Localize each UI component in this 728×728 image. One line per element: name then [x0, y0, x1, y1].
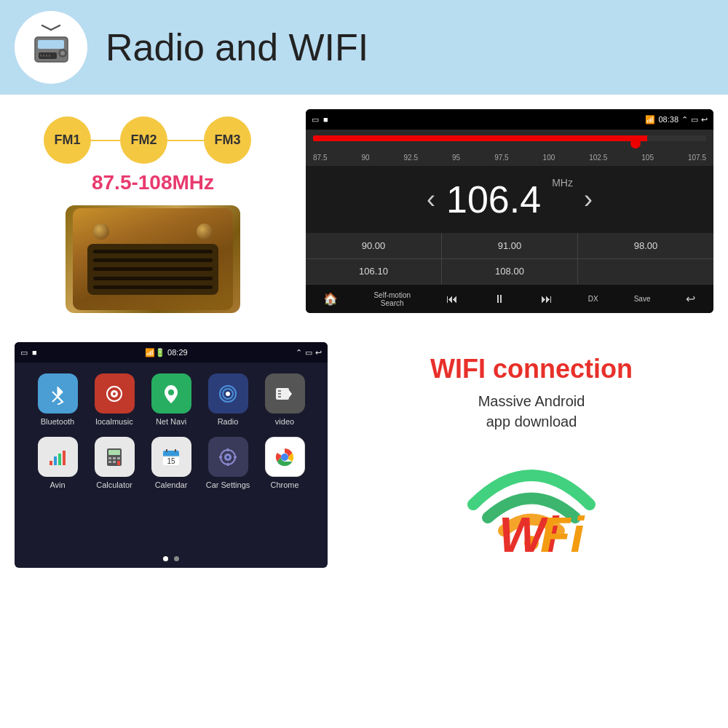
- fm-connector-1: [87, 140, 124, 141]
- home-square-icon: ■: [32, 348, 37, 357]
- next-button[interactable]: ⏭: [541, 293, 553, 306]
- preset-5[interactable]: 108.00: [442, 259, 577, 285]
- app-carsettings[interactable]: Car Settings: [202, 437, 253, 489]
- radio-statusbar: ▭ ■ 📶 08:38 ⌃ ▭ ↩: [306, 109, 713, 130]
- wifi-subtitle-text: Massive Androidapp download: [478, 393, 585, 430]
- preset-2[interactable]: 91.00: [442, 233, 577, 258]
- preset-6[interactable]: [578, 259, 713, 285]
- svg-rect-30: [108, 450, 120, 455]
- svg-rect-36: [117, 461, 120, 465]
- fm-bubbles: FM1 FM2 FM3: [44, 116, 262, 164]
- preset-4[interactable]: 106.10: [306, 259, 441, 285]
- svg-text:Fi: Fi: [540, 507, 586, 555]
- home-page-dots: [15, 550, 328, 568]
- svg-point-5: [60, 51, 65, 55]
- android-radio-screen: ▭ ■ 📶 08:38 ⌃ ▭ ↩ 87.5 90 92.5 95 97.5 1…: [306, 109, 713, 313]
- svg-rect-35: [113, 461, 116, 463]
- radio-knob-right: [197, 223, 213, 240]
- save-button[interactable]: Save: [634, 295, 651, 303]
- bluetooth-label: Bluetooth: [41, 417, 74, 426]
- vintage-radio-image: [66, 205, 240, 313]
- fm-area: FM1 FM2 FM3 87.5-108MHz: [15, 109, 291, 313]
- home-button[interactable]: 🏠: [323, 292, 338, 306]
- section1: FM1 FM2 FM3 87.5-108MHz: [0, 95, 728, 328]
- svg-point-15: [113, 392, 116, 395]
- app-row-1: Bluetooth localmusic Net Navi: [29, 373, 313, 426]
- section2: ▭ ■ 📶🔋 08:29 ⌃ ▭ ↩ Bluetooth: [0, 328, 728, 582]
- chrome-label: Chrome: [270, 480, 298, 489]
- wifi-subtitle: Massive Androidapp download: [478, 391, 585, 432]
- freq-unit: MHz: [552, 177, 573, 189]
- svg-rect-25: [50, 461, 52, 465]
- back-icon: ↩: [701, 115, 708, 124]
- fm-frequency-range: 87.5-108MHz: [92, 171, 214, 194]
- home-status-icons: 📶🔋: [145, 348, 165, 357]
- radio-knob-left: [93, 223, 109, 240]
- app-avin[interactable]: Avin: [32, 437, 83, 489]
- preset-1[interactable]: 90.00: [306, 233, 441, 258]
- statusbar-left-icons: ▭ ■: [312, 115, 328, 124]
- svg-text:15: 15: [167, 457, 175, 465]
- play-pause-button[interactable]: ⏸: [494, 293, 505, 306]
- wifi-connection-title: WIFI connection: [430, 355, 633, 384]
- app-calendar[interactable]: 15 Calendar: [146, 437, 197, 489]
- app-chrome[interactable]: Chrome: [259, 437, 310, 489]
- app-bluetooth[interactable]: Bluetooth: [32, 373, 83, 426]
- svg-point-16: [168, 389, 174, 395]
- freq-scale: 87.5 90 92.5 95 97.5 100 102.5 105 107.5: [306, 154, 713, 162]
- banner-title: Radio and WIFI: [106, 25, 368, 69]
- freq-right-arrow[interactable]: ›: [584, 184, 593, 215]
- video-icon: [265, 373, 305, 414]
- freq-position-dot: [630, 138, 641, 149]
- netnavi-icon: [151, 373, 191, 414]
- signal-icon: 📶: [645, 115, 655, 124]
- home-window-icon: ▭: [20, 348, 28, 357]
- freq-left-arrow[interactable]: ‹: [427, 184, 435, 215]
- wifi-logo: Wi Fi: [459, 439, 604, 555]
- svg-rect-31: [108, 457, 111, 459]
- app-calculator[interactable]: Calculator: [89, 437, 140, 489]
- app-row-2: Avin Calculator 15 Calendar: [29, 437, 313, 489]
- fm1-bubble: FM1: [44, 116, 91, 164]
- home-statusbar: ▭ ■ 📶🔋 08:29 ⌃ ▭ ↩: [15, 342, 328, 363]
- svg-rect-26: [54, 456, 57, 465]
- fm3-bubble: FM3: [204, 116, 251, 164]
- video-label: video: [275, 417, 294, 426]
- radio-banner-icon: [28, 24, 75, 71]
- svg-point-19: [226, 392, 230, 396]
- bluetooth-icon: [38, 373, 78, 414]
- preset-3[interactable]: 98.00: [578, 233, 713, 258]
- home-arrow-up: ⌃: [296, 348, 302, 357]
- radio-main-display: ‹ 106.4 MHz ›: [306, 166, 713, 233]
- top-banner: Radio and WIFI: [0, 0, 728, 95]
- home-statusbar-center: 📶🔋 08:29: [145, 348, 188, 357]
- app-video[interactable]: video: [259, 373, 310, 426]
- dot-1[interactable]: [163, 556, 168, 561]
- window-icon: ▭: [312, 115, 319, 124]
- app-radio[interactable]: Radio: [202, 373, 253, 426]
- chrome-icon: [265, 437, 305, 477]
- carsettings-icon: [208, 437, 248, 477]
- dot-2[interactable]: [174, 556, 179, 561]
- svg-marker-21: [289, 390, 292, 397]
- home-statusbar-right: ⌃ ▭ ↩: [296, 348, 322, 357]
- carsettings-label: Car Settings: [206, 480, 250, 489]
- home-app-grid: Bluetooth localmusic Net Navi: [15, 363, 328, 550]
- app-netnavi[interactable]: Net Navi: [146, 373, 197, 426]
- radio-body: [73, 208, 233, 310]
- svg-point-46: [226, 456, 229, 459]
- back-button[interactable]: ↩: [686, 292, 695, 306]
- radio-presets-grid: 90.00 91.00 98.00 106.10 108.00: [306, 233, 713, 284]
- calendar-label: Calendar: [155, 480, 188, 489]
- calendar-icon: 15: [151, 437, 191, 477]
- radio-knobs: [93, 223, 213, 240]
- prev-button[interactable]: ⏮: [446, 293, 458, 306]
- radio-icon-circle: [15, 11, 87, 84]
- self-motion-search-button[interactable]: Self-motionSearch: [373, 291, 411, 307]
- radio-app-icon: [208, 373, 248, 414]
- radio-grille: [87, 244, 218, 295]
- svg-line-0: [42, 25, 51, 30]
- svg-rect-27: [58, 454, 61, 465]
- dx-button[interactable]: DX: [588, 295, 598, 303]
- app-localmusic[interactable]: localmusic: [89, 373, 140, 426]
